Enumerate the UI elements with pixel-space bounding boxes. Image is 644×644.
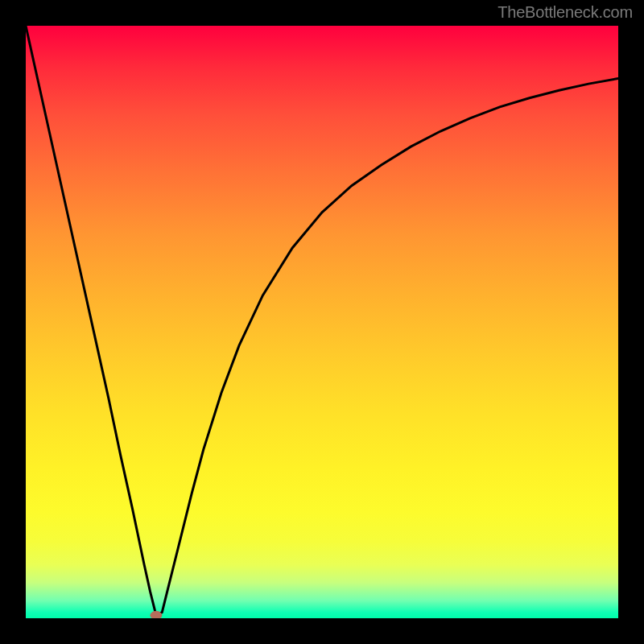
- bottleneck-curve: [26, 26, 618, 615]
- watermark-text: TheBottleneck.com: [497, 3, 633, 22]
- chart-frame: TheBottleneck.com: [0, 0, 644, 644]
- curve-layer: [26, 26, 618, 618]
- curve-vertex-marker: [151, 611, 162, 618]
- plot-area: [26, 26, 618, 618]
